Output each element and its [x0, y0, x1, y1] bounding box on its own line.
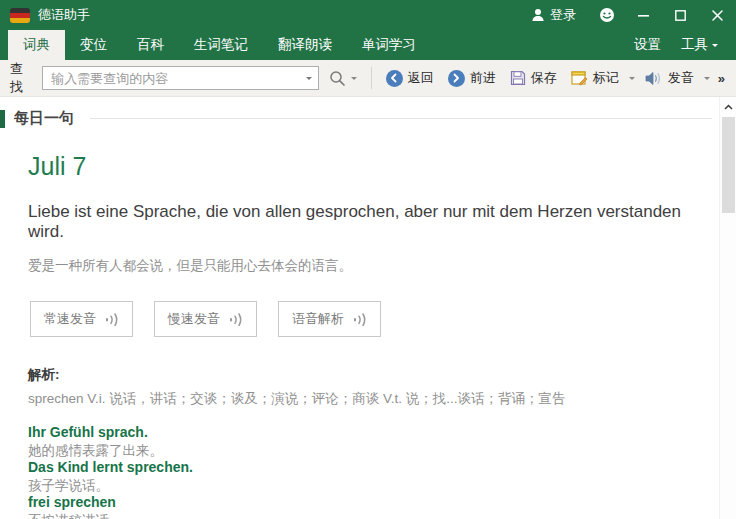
feedback-smiley-button[interactable]	[588, 0, 625, 30]
example-german: frei sprechen	[28, 494, 736, 512]
maximize-button[interactable]	[662, 0, 699, 30]
smiley-icon	[599, 7, 615, 23]
settings-button[interactable]: 设置	[626, 36, 669, 54]
example-chinese: 孩子学说话。	[28, 477, 736, 495]
sound-wave-icon	[229, 313, 243, 326]
minimize-icon	[638, 10, 649, 21]
forward-label: 前进	[470, 69, 496, 87]
date-title: Juli 7	[28, 152, 736, 181]
close-button[interactable]	[699, 0, 736, 30]
toolbar-overflow-button[interactable]: »	[716, 71, 728, 86]
mark-button[interactable]: 标记	[567, 66, 623, 90]
section-accent-bar	[0, 110, 5, 128]
search-input[interactable]	[51, 71, 306, 86]
content-area: 每日一句 Juli 7 Liebe ist eine Sprache, die …	[0, 97, 736, 519]
search-icon	[329, 70, 346, 87]
save-label: 保存	[531, 69, 557, 87]
tab-translate-read[interactable]: 翻译朗读	[263, 30, 347, 60]
daily-sentence-header: 每日一句	[0, 97, 736, 128]
speaker-icon	[645, 71, 663, 86]
search-history-dropdown-icon[interactable]	[306, 77, 312, 80]
analysis-definition: sprechen V.i. 说话，讲话；交谈；谈及；演说；评论；商谈 V.t. …	[28, 390, 708, 408]
normal-speed-label: 常速发音	[44, 310, 96, 328]
tab-vocab-notes[interactable]: 生词笔记	[179, 30, 263, 60]
tab-dictionary[interactable]: 词典	[8, 30, 65, 60]
section-divider	[90, 118, 712, 119]
pronounce-button[interactable]: 发音	[641, 66, 698, 90]
forward-button[interactable]: 前进	[444, 66, 500, 90]
scroll-up-button[interactable]	[720, 99, 736, 115]
login-label: 登录	[550, 6, 576, 24]
sound-wave-icon	[353, 313, 367, 326]
minimize-button[interactable]	[625, 0, 662, 30]
close-icon	[712, 10, 723, 21]
pronounce-dropdown-icon[interactable]	[704, 77, 710, 80]
toolbar: 查找 返回 前进 保存	[0, 60, 736, 97]
tab-encyclopedia[interactable]: 百科	[122, 30, 179, 60]
example-item: Das Kind lernt sprechen. 孩子学说话。	[28, 459, 736, 494]
mark-dropdown-icon[interactable]	[629, 77, 635, 80]
mark-icon	[571, 70, 588, 86]
speech-analysis-label: 语音解析	[292, 310, 344, 328]
section-title: 每日一句	[14, 109, 74, 128]
title-bar: 德语助手 登录	[0, 0, 736, 30]
search-button[interactable]	[325, 67, 361, 90]
chevron-up-icon	[724, 104, 733, 110]
sentence-german: Liebe ist eine Sprache, die von allen ge…	[28, 202, 708, 242]
tab-word-study[interactable]: 单词学习	[347, 30, 431, 60]
example-german: Das Kind lernt sprechen.	[28, 459, 736, 477]
pronunciation-buttons: 常速发音 慢速发音 语音解析	[30, 301, 736, 337]
login-button[interactable]: 登录	[519, 0, 588, 30]
speech-analysis-button[interactable]: 语音解析	[278, 301, 381, 337]
tools-label: 工具	[681, 36, 708, 54]
forward-icon	[448, 70, 465, 87]
search-box[interactable]	[42, 66, 319, 90]
back-label: 返回	[408, 69, 434, 87]
sound-wave-icon	[105, 313, 119, 326]
sentence-chinese: 爱是一种所有人都会说，但是只能用心去体会的语言。	[28, 257, 708, 275]
example-list: Ihr Gefühl sprach. 她的感情表露了出来。 Das Kind l…	[28, 424, 736, 519]
main-tab-bar: 词典 变位 百科 生词笔记 翻译朗读 单词学习 设置 工具	[0, 30, 736, 60]
vertical-scrollbar[interactable]	[719, 97, 736, 519]
app-title: 德语助手	[38, 6, 90, 24]
normal-speed-button[interactable]: 常速发音	[30, 301, 133, 337]
find-label: 查找	[10, 60, 34, 96]
tab-conjugation[interactable]: 变位	[65, 30, 122, 60]
maximize-icon	[675, 10, 686, 21]
save-icon	[510, 70, 526, 86]
slow-speed-button[interactable]: 慢速发音	[154, 301, 257, 337]
back-icon	[386, 70, 403, 87]
example-chinese: 她的感情表露了出来。	[28, 442, 736, 460]
pronounce-label: 发音	[668, 69, 694, 87]
german-flag-icon	[10, 8, 30, 23]
example-chinese: 不按讲稿讲话	[28, 512, 736, 519]
user-icon	[531, 8, 545, 22]
scrollbar-thumb[interactable]	[722, 117, 735, 213]
example-german: Ihr Gefühl sprach.	[28, 424, 736, 442]
settings-label: 设置	[634, 36, 661, 54]
save-button[interactable]: 保存	[506, 66, 561, 90]
toolbar-separator	[371, 67, 372, 89]
mark-label: 标记	[593, 69, 619, 87]
analysis-label: 解析:	[28, 366, 736, 384]
example-item: Ihr Gefühl sprach. 她的感情表露了出来。	[28, 424, 736, 459]
chevron-down-icon	[712, 44, 718, 47]
example-item: frei sprechen 不按讲稿讲话	[28, 494, 736, 519]
search-options-dropdown-icon[interactable]	[351, 77, 357, 80]
tools-menu-button[interactable]: 工具	[673, 36, 726, 54]
back-button[interactable]: 返回	[382, 66, 438, 90]
slow-speed-label: 慢速发音	[168, 310, 220, 328]
